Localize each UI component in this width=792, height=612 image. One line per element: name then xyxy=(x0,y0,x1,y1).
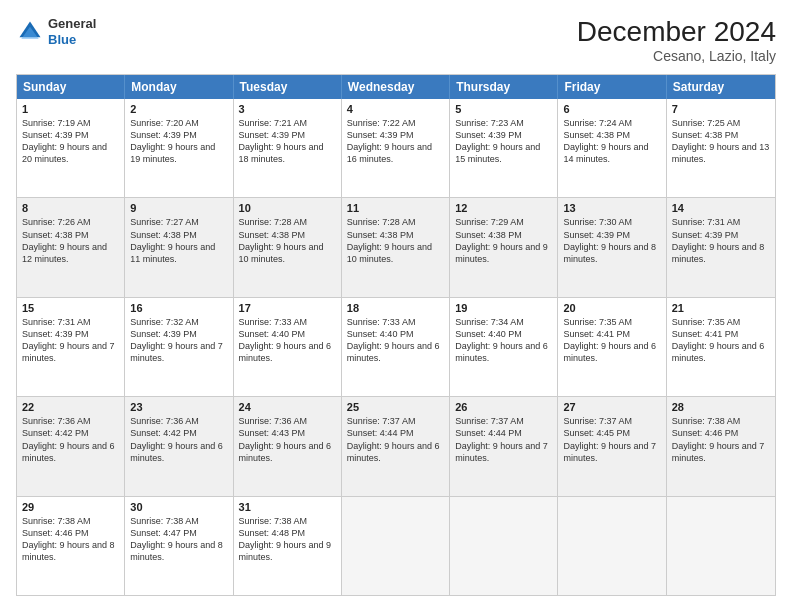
day-cell-13: 13Sunrise: 7:30 AMSunset: 4:39 PMDayligh… xyxy=(558,198,666,296)
day-number: 5 xyxy=(455,103,552,115)
day-info: Sunrise: 7:35 AMSunset: 4:41 PMDaylight:… xyxy=(563,316,660,365)
day-info: Sunrise: 7:19 AMSunset: 4:39 PMDaylight:… xyxy=(22,117,119,166)
day-header-thursday: Thursday xyxy=(450,75,558,99)
day-number: 31 xyxy=(239,501,336,513)
day-header-saturday: Saturday xyxy=(667,75,775,99)
day-info: Sunrise: 7:23 AMSunset: 4:39 PMDaylight:… xyxy=(455,117,552,166)
day-cell-9: 9Sunrise: 7:27 AMSunset: 4:38 PMDaylight… xyxy=(125,198,233,296)
day-cell-27: 27Sunrise: 7:37 AMSunset: 4:45 PMDayligh… xyxy=(558,397,666,495)
day-cell-30: 30Sunrise: 7:38 AMSunset: 4:47 PMDayligh… xyxy=(125,497,233,595)
day-cell-29: 29Sunrise: 7:38 AMSunset: 4:46 PMDayligh… xyxy=(17,497,125,595)
day-header-monday: Monday xyxy=(125,75,233,99)
day-number: 29 xyxy=(22,501,119,513)
day-number: 30 xyxy=(130,501,227,513)
day-number: 8 xyxy=(22,202,119,214)
logo-general-text: General xyxy=(48,16,96,32)
day-number: 14 xyxy=(672,202,770,214)
day-number: 2 xyxy=(130,103,227,115)
day-info: Sunrise: 7:31 AMSunset: 4:39 PMDaylight:… xyxy=(22,316,119,365)
day-number: 28 xyxy=(672,401,770,413)
day-header-friday: Friday xyxy=(558,75,666,99)
day-number: 15 xyxy=(22,302,119,314)
day-cell-8: 8Sunrise: 7:26 AMSunset: 4:38 PMDaylight… xyxy=(17,198,125,296)
day-cell-28: 28Sunrise: 7:38 AMSunset: 4:46 PMDayligh… xyxy=(667,397,775,495)
day-cell-21: 21Sunrise: 7:35 AMSunset: 4:41 PMDayligh… xyxy=(667,298,775,396)
day-number: 12 xyxy=(455,202,552,214)
day-info: Sunrise: 7:36 AMSunset: 4:42 PMDaylight:… xyxy=(130,415,227,464)
day-number: 27 xyxy=(563,401,660,413)
week-row-5: 29Sunrise: 7:38 AMSunset: 4:46 PMDayligh… xyxy=(17,497,775,595)
day-info: Sunrise: 7:34 AMSunset: 4:40 PMDaylight:… xyxy=(455,316,552,365)
day-info: Sunrise: 7:33 AMSunset: 4:40 PMDaylight:… xyxy=(347,316,444,365)
empty-cell xyxy=(450,497,558,595)
page: General Blue December 2024 Cesano, Lazio… xyxy=(0,0,792,612)
day-info: Sunrise: 7:21 AMSunset: 4:39 PMDaylight:… xyxy=(239,117,336,166)
calendar: SundayMondayTuesdayWednesdayThursdayFrid… xyxy=(16,74,776,596)
day-number: 21 xyxy=(672,302,770,314)
day-info: Sunrise: 7:22 AMSunset: 4:39 PMDaylight:… xyxy=(347,117,444,166)
day-info: Sunrise: 7:20 AMSunset: 4:39 PMDaylight:… xyxy=(130,117,227,166)
week-row-3: 15Sunrise: 7:31 AMSunset: 4:39 PMDayligh… xyxy=(17,298,775,397)
day-info: Sunrise: 7:33 AMSunset: 4:40 PMDaylight:… xyxy=(239,316,336,365)
empty-cell xyxy=(342,497,450,595)
day-info: Sunrise: 7:38 AMSunset: 4:46 PMDaylight:… xyxy=(22,515,119,564)
day-number: 10 xyxy=(239,202,336,214)
day-info: Sunrise: 7:28 AMSunset: 4:38 PMDaylight:… xyxy=(347,216,444,265)
day-number: 24 xyxy=(239,401,336,413)
day-number: 7 xyxy=(672,103,770,115)
day-cell-15: 15Sunrise: 7:31 AMSunset: 4:39 PMDayligh… xyxy=(17,298,125,396)
day-cell-14: 14Sunrise: 7:31 AMSunset: 4:39 PMDayligh… xyxy=(667,198,775,296)
day-info: Sunrise: 7:35 AMSunset: 4:41 PMDaylight:… xyxy=(672,316,770,365)
day-cell-12: 12Sunrise: 7:29 AMSunset: 4:38 PMDayligh… xyxy=(450,198,558,296)
day-number: 20 xyxy=(563,302,660,314)
day-info: Sunrise: 7:38 AMSunset: 4:46 PMDaylight:… xyxy=(672,415,770,464)
day-cell-2: 2Sunrise: 7:20 AMSunset: 4:39 PMDaylight… xyxy=(125,99,233,197)
day-cell-24: 24Sunrise: 7:36 AMSunset: 4:43 PMDayligh… xyxy=(234,397,342,495)
day-info: Sunrise: 7:25 AMSunset: 4:38 PMDaylight:… xyxy=(672,117,770,166)
day-header-wednesday: Wednesday xyxy=(342,75,450,99)
day-cell-19: 19Sunrise: 7:34 AMSunset: 4:40 PMDayligh… xyxy=(450,298,558,396)
subtitle: Cesano, Lazio, Italy xyxy=(577,48,776,64)
day-number: 1 xyxy=(22,103,119,115)
day-cell-7: 7Sunrise: 7:25 AMSunset: 4:38 PMDaylight… xyxy=(667,99,775,197)
day-info: Sunrise: 7:32 AMSunset: 4:39 PMDaylight:… xyxy=(130,316,227,365)
day-number: 13 xyxy=(563,202,660,214)
empty-cell xyxy=(667,497,775,595)
day-info: Sunrise: 7:36 AMSunset: 4:43 PMDaylight:… xyxy=(239,415,336,464)
day-number: 19 xyxy=(455,302,552,314)
logo-icon xyxy=(16,18,44,46)
day-info: Sunrise: 7:36 AMSunset: 4:42 PMDaylight:… xyxy=(22,415,119,464)
empty-cell xyxy=(558,497,666,595)
week-row-4: 22Sunrise: 7:36 AMSunset: 4:42 PMDayligh… xyxy=(17,397,775,496)
day-info: Sunrise: 7:30 AMSunset: 4:39 PMDaylight:… xyxy=(563,216,660,265)
day-number: 25 xyxy=(347,401,444,413)
day-info: Sunrise: 7:24 AMSunset: 4:38 PMDaylight:… xyxy=(563,117,660,166)
day-number: 18 xyxy=(347,302,444,314)
day-number: 22 xyxy=(22,401,119,413)
day-number: 17 xyxy=(239,302,336,314)
day-number: 4 xyxy=(347,103,444,115)
calendar-header: SundayMondayTuesdayWednesdayThursdayFrid… xyxy=(17,75,775,99)
day-info: Sunrise: 7:28 AMSunset: 4:38 PMDaylight:… xyxy=(239,216,336,265)
day-info: Sunrise: 7:37 AMSunset: 4:44 PMDaylight:… xyxy=(347,415,444,464)
day-cell-18: 18Sunrise: 7:33 AMSunset: 4:40 PMDayligh… xyxy=(342,298,450,396)
day-cell-22: 22Sunrise: 7:36 AMSunset: 4:42 PMDayligh… xyxy=(17,397,125,495)
day-cell-20: 20Sunrise: 7:35 AMSunset: 4:41 PMDayligh… xyxy=(558,298,666,396)
day-header-tuesday: Tuesday xyxy=(234,75,342,99)
day-info: Sunrise: 7:27 AMSunset: 4:38 PMDaylight:… xyxy=(130,216,227,265)
day-cell-25: 25Sunrise: 7:37 AMSunset: 4:44 PMDayligh… xyxy=(342,397,450,495)
main-title: December 2024 xyxy=(577,16,776,48)
day-cell-5: 5Sunrise: 7:23 AMSunset: 4:39 PMDaylight… xyxy=(450,99,558,197)
header: General Blue December 2024 Cesano, Lazio… xyxy=(16,16,776,64)
day-number: 9 xyxy=(130,202,227,214)
day-number: 23 xyxy=(130,401,227,413)
day-cell-26: 26Sunrise: 7:37 AMSunset: 4:44 PMDayligh… xyxy=(450,397,558,495)
day-number: 16 xyxy=(130,302,227,314)
day-cell-3: 3Sunrise: 7:21 AMSunset: 4:39 PMDaylight… xyxy=(234,99,342,197)
logo: General Blue xyxy=(16,16,96,47)
day-info: Sunrise: 7:26 AMSunset: 4:38 PMDaylight:… xyxy=(22,216,119,265)
day-cell-4: 4Sunrise: 7:22 AMSunset: 4:39 PMDaylight… xyxy=(342,99,450,197)
logo-blue-text: Blue xyxy=(48,32,96,48)
day-header-sunday: Sunday xyxy=(17,75,125,99)
day-info: Sunrise: 7:29 AMSunset: 4:38 PMDaylight:… xyxy=(455,216,552,265)
